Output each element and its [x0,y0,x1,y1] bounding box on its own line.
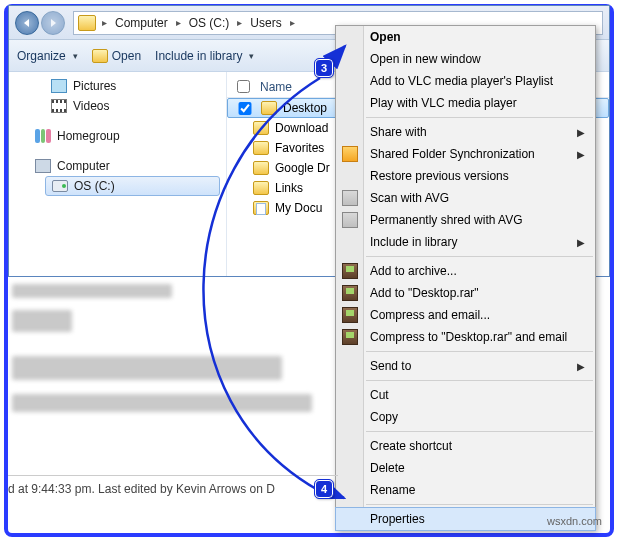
menu-label: Shared Folder Synchronization [370,147,535,161]
menu-open[interactable]: Open [336,26,595,48]
nav-label: Pictures [73,79,116,93]
avg-icon [342,212,358,228]
menu-label: Permanently shred with AVG [370,213,523,227]
separator [366,504,593,505]
menu-add-desktop-rar[interactable]: Add to "Desktop.rar" [336,282,595,304]
chevron-right-icon: ▸ [235,17,244,28]
item-label: My Docu [275,201,322,215]
winrar-icon [342,263,358,279]
homegroup-icon [35,129,51,143]
menu-label: Compress to "Desktop.rar" and email [370,330,567,344]
separator [366,351,593,352]
menu-play-vlc[interactable]: Play with VLC media player [336,92,595,114]
menu-restore-versions[interactable]: Restore previous versions [336,165,595,187]
menu-label: Delete [370,461,405,475]
menu-compress-desktop-email[interactable]: Compress to "Desktop.rar" and email [336,326,595,348]
menu-scan-avg[interactable]: Scan with AVG [336,187,595,209]
menu-include-library[interactable]: Include in library▶ [336,231,595,253]
folder-icon [253,181,269,195]
menu-label: Scan with AVG [370,191,449,205]
nav-pane: Pictures Videos Homegroup Computer OS (C… [9,72,227,276]
context-menu: Open Open in new window Add to VLC media… [335,25,596,531]
item-label: Favorites [275,141,324,155]
menu-delete[interactable]: Delete [336,457,595,479]
open-folder-icon [92,49,108,63]
breadcrumb-computer[interactable]: Computer [109,16,174,30]
folder-icon [253,161,269,175]
separator [366,117,593,118]
menu-cut[interactable]: Cut [336,384,595,406]
include-label: Include in library [155,49,242,63]
folder-icon [253,141,269,155]
select-all-checkbox[interactable] [237,80,250,93]
breadcrumb-users[interactable]: Users [244,16,287,30]
menu-send-to[interactable]: Send to▶ [336,355,595,377]
folder-icon [261,101,277,115]
submenu-arrow-icon: ▶ [577,237,585,248]
avg-icon [342,190,358,206]
callout-3: 3 [315,59,333,77]
menu-open-new-window[interactable]: Open in new window [336,48,595,70]
item-label: Links [275,181,303,195]
open-label: Open [112,49,141,63]
menu-label: Add to VLC media player's Playlist [370,74,553,88]
menu-label: Properties [370,512,425,526]
menu-label: Rename [370,483,415,497]
menu-rename[interactable]: Rename [336,479,595,501]
nav-computer[interactable]: Computer [9,156,226,176]
menu-label: Copy [370,410,398,424]
organize-label: Organize [17,49,66,63]
menu-add-archive[interactable]: Add to archive... [336,260,595,282]
menu-label: Include in library [370,235,457,249]
winrar-icon [342,285,358,301]
nav-drive-osc[interactable]: OS (C:) [45,176,220,196]
menu-label: Open in new window [370,52,481,66]
submenu-arrow-icon: ▶ [577,361,585,372]
menu-shared-sync[interactable]: Shared Folder Synchronization▶ [336,143,595,165]
page-footer-text: d at 9:44:33 pm. Last edited by Kevin Ar… [8,475,338,496]
menu-label: Share with [370,125,427,139]
menu-label: Play with VLC media player [370,96,517,110]
folder-icon [253,121,269,135]
nav-homegroup[interactable]: Homegroup [9,126,226,146]
watermark: wsxdn.com [547,515,602,527]
item-label: Download [275,121,328,135]
open-button[interactable]: Open [92,49,141,63]
breadcrumb-osc[interactable]: OS (C:) [183,16,236,30]
submenu-arrow-icon: ▶ [577,127,585,138]
nav-label: OS (C:) [74,179,115,193]
nav-label: Homegroup [57,129,120,143]
chevron-right-icon: ▸ [288,17,297,28]
footer-label: d at 9:44:33 pm. Last edited by Kevin Ar… [8,482,275,496]
drive-icon [52,180,68,192]
menu-create-shortcut[interactable]: Create shortcut [336,435,595,457]
organize-menu[interactable]: Organize [17,49,78,63]
menu-label: Send to [370,359,411,373]
separator [366,431,593,432]
menu-add-vlc-playlist[interactable]: Add to VLC media player's Playlist [336,70,595,92]
column-name[interactable]: Name [260,80,292,94]
separator [366,380,593,381]
separator [366,256,593,257]
nav-label: Videos [73,99,109,113]
menu-shred-avg[interactable]: Permanently shred with AVG [336,209,595,231]
folder-icon [253,201,269,215]
forward-button[interactable] [41,11,65,35]
menu-copy[interactable]: Copy [336,406,595,428]
winrar-icon [342,329,358,345]
chevron-right-icon: ▸ [174,17,183,28]
menu-label: Add to archive... [370,264,457,278]
menu-label: Cut [370,388,389,402]
include-library-menu[interactable]: Include in library [155,49,254,63]
menu-compress-email[interactable]: Compress and email... [336,304,595,326]
back-button[interactable] [15,11,39,35]
item-label: Google Dr [275,161,330,175]
nav-pictures[interactable]: Pictures [9,76,226,96]
computer-icon [35,159,51,173]
menu-label: Open [370,30,401,44]
menu-share-with[interactable]: Share with▶ [336,121,595,143]
item-checkbox[interactable] [238,102,252,115]
nav-videos[interactable]: Videos [9,96,226,116]
pictures-icon [51,79,67,93]
item-label: Desktop [283,101,327,115]
